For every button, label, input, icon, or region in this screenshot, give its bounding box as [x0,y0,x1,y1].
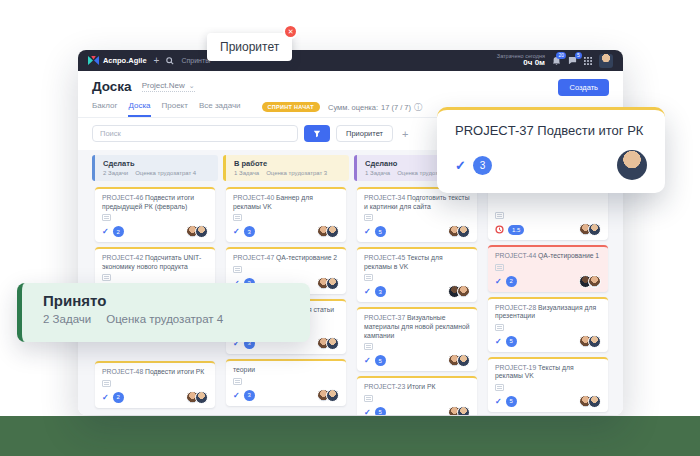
checkmark-icon: ✓ [455,158,466,173]
tab-board[interactable]: Доска [128,101,150,117]
task-card[interactable]: теории ✓3 [226,359,346,406]
time-tracker: Затрачено сегодня 0ч 0м [497,53,545,68]
app-window: Аспро.Agile + Спринты Затрачено сегодня … [78,50,623,415]
column-count: 1 Задача [234,170,259,176]
avatar [326,225,339,238]
avatar [195,391,208,404]
notifications-badge: 20 [556,52,566,59]
description-icon [102,274,111,281]
project-selector-value: Project.New [142,81,185,90]
avatar [326,277,339,290]
column-done: Сделано 1 ЗадачаОценка трудозатрат 3 PRO… [354,155,480,415]
checkmark-icon: ✓ [364,287,371,296]
brand-name: Аспро.Agile [103,56,147,65]
description-icon [364,343,373,350]
task-title: Подвести итоги РК [145,368,204,375]
apps-grid-button[interactable] [584,57,592,65]
column-name: В работе [234,159,341,168]
grid-icon [584,57,592,65]
priority-tooltip: Приоритет ✕ [207,33,292,61]
column-count: 2 Задачи [103,170,128,176]
task-title: QA-тестирование 1 [538,252,599,259]
task-id: PROJECT-23 [364,383,405,390]
task-card[interactable]: PROJECT-37 Визуальные материалы для ново… [357,307,477,371]
task-popup-title: PROJECT-37 Подвести итог РК [455,123,647,138]
estimate-badge: 2 [506,276,517,287]
estimate-badge: 5 [506,336,517,347]
description-icon [233,266,242,273]
create-button[interactable]: Создать [558,79,609,96]
task-popup-card[interactable]: PROJECT-37 Подвести итог РК ✓ 3 [437,107,665,193]
description-icon [364,274,373,281]
task-card[interactable]: PROJECT-48 Подвести итоги РК ✓2 [95,361,215,408]
topbar-nav-sprints[interactable]: Спринты [181,57,210,64]
estimate-badge: 5 [375,407,386,415]
task-id: PROJECT-48 [102,368,143,375]
messages-badge: 5 [575,52,582,59]
tab-project[interactable]: Проект [162,101,188,117]
add-filter-button[interactable]: + [399,128,411,140]
task-id: PROJECT-34 [364,194,405,201]
column-header-todo: Сделать 2 ЗадачиОценка трудозатрат 4 [92,155,218,181]
column-estimate: Оценка трудозатрат 4 [135,170,196,176]
project-selector[interactable]: Project.New ⌄ [142,81,195,92]
task-card[interactable]: PROJECT-40 Баннер для рекламы VK ✓3 [226,187,346,242]
brand-logo[interactable]: Аспро.Agile [88,56,147,65]
task-id: PROJECT-47 [233,254,274,261]
estimate-badge: 2 [113,226,124,237]
estimate-badge: 5 [506,396,517,407]
checkmark-icon: ✓ [233,391,240,400]
description-icon [233,378,242,385]
filter-button[interactable] [304,125,330,142]
task-card[interactable]: PROJECT-34 Подготовить тексты и картинки… [357,187,477,242]
estimate-badge: 5 [375,226,386,237]
avatar [588,223,601,236]
avatar [326,337,339,350]
task-title: теории [233,366,255,373]
score-value: 17 (7 / 7) [381,103,411,112]
avatar [588,395,601,408]
tab-backlog[interactable]: Баклог [92,101,117,117]
add-icon[interactable]: + [154,56,160,66]
info-icon[interactable]: ⓘ [414,102,422,113]
description-icon [233,214,242,221]
task-card[interactable]: PROJECT-23 Итоги РК ✓5 [357,376,477,415]
task-card[interactable]: PROJECT-44 QA-тестирование 1 ✓2 [488,245,608,292]
avatar [457,225,470,238]
accepted-column-callout: Принято 2 Задачи Оценка трудозатрат 4 [17,283,310,342]
avatar [457,354,470,367]
checkmark-icon: ✓ [364,227,371,236]
task-card[interactable]: PROJECT-19 Тексты для рекламы VK ✓5 [488,357,608,412]
column-estimate: Оценка трудозатрат 3 [266,170,327,176]
estimate-badge: 3 [473,156,492,175]
description-icon [364,395,373,402]
notifications-button[interactable]: 20 [552,56,561,66]
close-icon[interactable]: ✕ [283,24,298,39]
user-avatar[interactable] [599,54,613,68]
search-input[interactable] [92,125,298,142]
avatar [617,150,647,180]
task-card[interactable]: PROJECT-45 Тексты для рекламы в VK ✓3 [357,247,477,302]
deadline-clock-icon [495,225,504,234]
top-bar: Аспро.Agile + Спринты Затрачено сегодня … [78,50,623,71]
task-id: PROJECT-19 [495,364,536,371]
desktop-background-band [0,416,700,456]
score-summary: Сумм. оценка: 17 (7 / 7) ⓘ [328,102,422,113]
tab-all-tasks[interactable]: Все задачи [199,101,241,117]
task-title: QA-тестирование 2 [276,254,337,261]
description-icon [102,380,111,387]
filter-chip-priority[interactable]: Приоритет [336,125,393,142]
task-title: Итоги РК [407,383,435,390]
task-card[interactable]: 1.5 [488,187,608,240]
task-card[interactable]: PROJECT-28 Визуализация для презентации … [488,297,608,352]
task-card[interactable]: PROJECT-46 Подвести итоги предыдущей РК … [95,187,215,242]
funnel-icon [313,130,321,138]
column-header-in-progress: В работе 1 ЗадачаОценка трудозатрат 3 [223,155,349,181]
search-icon[interactable] [166,57,174,65]
task-id: PROJECT-28 [495,304,536,311]
messages-button[interactable]: 5 [568,56,577,65]
avatar [588,275,601,288]
estimate-badge: 3 [244,226,255,237]
checkmark-icon: ✓ [364,356,371,365]
page-title: Доска [92,79,132,94]
